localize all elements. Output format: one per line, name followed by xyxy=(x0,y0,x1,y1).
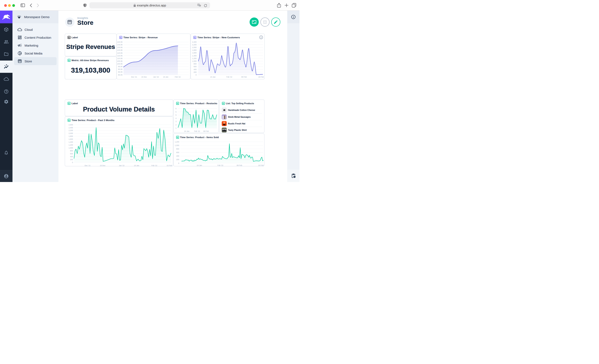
svg-text:Feb '22: Feb '22 xyxy=(175,76,181,78)
svg-text:2,000: 2,000 xyxy=(192,46,197,48)
svg-text:Dec '21: Dec '21 xyxy=(85,164,91,166)
svg-text:5: 5 xyxy=(175,111,176,113)
svg-text:A: A xyxy=(198,4,199,5)
svg-text:Feb '22: Feb '22 xyxy=(151,164,157,166)
svg-text:Feb '22: Feb '22 xyxy=(217,164,223,166)
svg-text:08 Feb: 08 Feb xyxy=(241,76,247,78)
svg-text:110.0K: 110.0K xyxy=(117,57,123,59)
svg-text:200: 200 xyxy=(194,71,196,73)
svg-text:100.0K: 100.0K xyxy=(117,63,123,65)
svg-text:85.0K: 85.0K xyxy=(118,71,123,73)
svg-text:16 Feb: 16 Feb xyxy=(258,76,264,78)
svg-text:1,200: 1,200 xyxy=(192,57,197,59)
svg-text:200: 200 xyxy=(70,158,73,160)
svg-text:24 Jan: 24 Jan xyxy=(210,76,216,78)
svg-text:600: 600 xyxy=(176,151,179,153)
svg-text:24 Jan: 24 Jan xyxy=(196,164,202,166)
svg-text:120.0K: 120.0K xyxy=(117,52,123,54)
svg-text:80.0K: 80.0K xyxy=(118,74,123,76)
svg-text:600: 600 xyxy=(194,65,196,68)
svg-text:1,000: 1,000 xyxy=(69,147,73,149)
svg-text:Feb '22: Feb '22 xyxy=(194,130,200,132)
svg-text:0: 0 xyxy=(72,161,73,163)
svg-text:400: 400 xyxy=(176,155,179,157)
svg-text:16 Feb: 16 Feb xyxy=(258,164,264,166)
svg-text:125.0K: 125.0K xyxy=(117,49,123,51)
svg-text:1,000: 1,000 xyxy=(175,144,179,146)
svg-text:文: 文 xyxy=(199,5,201,6)
svg-text:800: 800 xyxy=(70,150,73,152)
svg-text:400: 400 xyxy=(194,68,196,70)
svg-text:0: 0 xyxy=(178,162,179,164)
svg-text:1: 1 xyxy=(175,127,176,129)
svg-text:1,200: 1,200 xyxy=(69,144,73,146)
svg-text:1,600: 1,600 xyxy=(69,138,73,140)
svg-text:4: 4 xyxy=(175,117,176,119)
svg-text:15 Feb: 15 Feb xyxy=(167,164,172,166)
svg-text:1,600: 1,600 xyxy=(192,52,197,54)
svg-text:08 Feb: 08 Feb xyxy=(237,164,242,166)
svg-text:2: 2 xyxy=(175,124,176,126)
svg-text:24 Jan: 24 Jan xyxy=(184,130,189,132)
svg-text:2,600: 2,600 xyxy=(69,124,73,126)
svg-text:1,800: 1,800 xyxy=(192,49,197,51)
svg-text:130.0K: 130.0K xyxy=(117,46,123,48)
svg-text:115.0K: 115.0K xyxy=(117,54,123,57)
svg-text:2,400: 2,400 xyxy=(69,126,73,129)
svg-text:2,200: 2,200 xyxy=(69,129,73,132)
svg-text:0: 0 xyxy=(195,74,196,76)
svg-text:140.0K: 140.0K xyxy=(117,41,123,43)
svg-text:2,000: 2,000 xyxy=(69,132,73,134)
svg-text:95.0K: 95.0K xyxy=(118,65,123,68)
svg-text:2,200: 2,200 xyxy=(192,44,197,45)
svg-text:1,200: 1,200 xyxy=(175,141,179,143)
svg-text:15 Dec: 15 Dec xyxy=(100,164,106,166)
svg-text:15 Dec: 15 Dec xyxy=(141,76,147,78)
svg-text:800: 800 xyxy=(176,148,179,150)
svg-text:105.0K: 105.0K xyxy=(117,60,123,62)
svg-text:15 Jan: 15 Jan xyxy=(163,76,168,78)
svg-text:Feb '22: Feb '22 xyxy=(226,76,232,78)
svg-text:08 Feb: 08 Feb xyxy=(203,130,209,132)
svg-text:1,800: 1,800 xyxy=(69,135,73,137)
svg-text:Jan '22: Jan '22 xyxy=(119,164,124,166)
svg-text:90.0K: 90.0K xyxy=(118,68,123,70)
svg-text:3: 3 xyxy=(175,120,176,123)
svg-text:2,400: 2,400 xyxy=(192,41,197,43)
svg-text:1,400: 1,400 xyxy=(192,54,197,57)
svg-text:400: 400 xyxy=(70,155,73,158)
svg-text:15 Jan: 15 Jan xyxy=(134,164,139,166)
svg-text:1,000: 1,000 xyxy=(192,60,197,62)
svg-text:800: 800 xyxy=(194,63,196,65)
svg-text:Dec '21: Dec '21 xyxy=(131,76,137,78)
svg-text:600: 600 xyxy=(70,152,73,155)
svg-text:200: 200 xyxy=(176,159,179,160)
svg-text:5: 5 xyxy=(175,114,176,116)
svg-text:Jan '22: Jan '22 xyxy=(153,76,159,78)
svg-text:1,400: 1,400 xyxy=(69,141,73,143)
svg-text:6: 6 xyxy=(175,107,176,110)
svg-text:135.0K: 135.0K xyxy=(117,44,123,46)
